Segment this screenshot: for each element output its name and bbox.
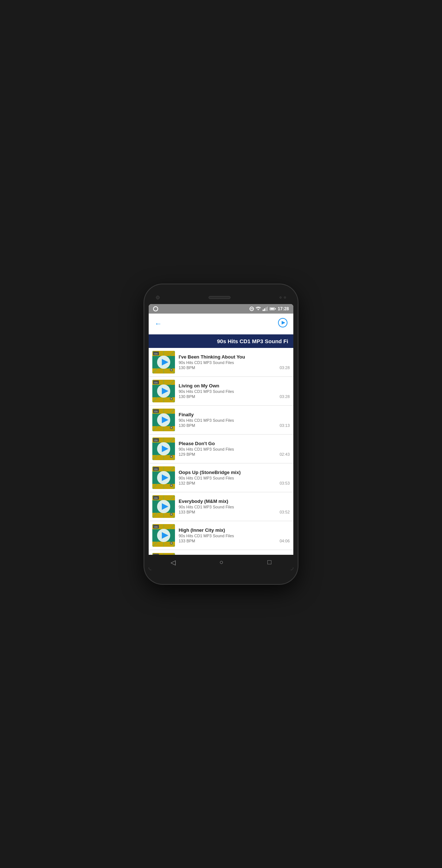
svg-rect-2 (264, 308, 265, 311)
sensor-dot-2 (284, 296, 286, 299)
svg-point-21 (171, 369, 172, 371)
svg-text:CD1: CD1 (154, 382, 158, 384)
track-thumbnail: CD1 (152, 380, 175, 402)
nav-bar: ◁○□ (149, 555, 293, 570)
track-album: 90s Hits CD1 MP3 Sound Files (179, 389, 290, 394)
phone-screen: 17:28 ← 90s Hits CD1 MP3 Sound Fi (149, 304, 293, 570)
track-thumbnail: CD1 (152, 437, 175, 460)
track-thumbnail: CD1 (152, 495, 175, 518)
back-button[interactable]: ← (153, 318, 163, 329)
track-album: 90s Hits CD1 MP3 Sound Files (179, 534, 290, 538)
status-right: 17:28 (249, 306, 289, 311)
track-bpm: 130 BPM (179, 423, 195, 428)
svg-point-36 (171, 398, 172, 399)
track-bpm: 129 BPM (179, 452, 195, 456)
track-info: High (Inner City mix)90s Hits CD1 MP3 So… (179, 527, 290, 543)
track-info: Finally90s Hits CD1 MP3 Sound Files130 B… (179, 412, 290, 428)
track-info: I've Been Thinking About You90s Hits CD1… (179, 354, 290, 370)
track-duration: 03:28 (279, 394, 290, 399)
svg-text:CD1: CD1 (154, 410, 158, 413)
album-banner-title: 90s Hits CD1 MP3 Sound Fi (154, 338, 288, 344)
svg-rect-1 (263, 310, 264, 311)
track-name: High (Inner City mix) (179, 527, 290, 533)
sensors (279, 296, 286, 299)
track-meta: 133 BPM03:52 (179, 510, 290, 514)
status-bar: 17:28 (149, 304, 293, 314)
track-info: Please Don't Go90s Hits CD1 MP3 Sound Fi… (179, 441, 290, 456)
do-not-disturb-icon (249, 307, 254, 311)
track-name: Please Don't Go (179, 441, 290, 446)
battery-icon (270, 307, 276, 310)
track-item[interactable]: CD1 Please Don't Go90s Hits CD1 MP3 Soun… (149, 435, 293, 463)
track-thumbnail: CD1 (152, 409, 175, 431)
speaker (209, 296, 230, 299)
wifi-icon (256, 307, 261, 311)
svg-point-51 (171, 427, 172, 428)
track-album: 90s Hits CD1 MP3 Sound Files (179, 476, 290, 480)
track-item[interactable]: CD1 Livin' La Vida Loca90s Hits CD1 MP3 … (149, 550, 293, 555)
track-meta: 130 BPM03:28 (179, 394, 290, 399)
svg-text:CD1: CD1 (154, 497, 158, 499)
nav-recent-button[interactable]: □ (267, 558, 271, 566)
track-info: Oops Up (StoneBridge mix)90s Hits CD1 MP… (179, 470, 290, 485)
track-item[interactable]: CD1 Living on My Own90s Hits CD1 MP3 Sou… (149, 377, 293, 406)
track-item[interactable]: CD1 Everybody (M&M mix)90s Hits CD1 MP3 … (149, 492, 293, 521)
track-name: I've Been Thinking About You (179, 354, 290, 360)
play-all-button[interactable] (277, 317, 289, 331)
track-duration: 02:43 (279, 452, 290, 456)
track-name: Oops Up (StoneBridge mix) (179, 470, 290, 475)
track-duration: 03:52 (279, 510, 290, 514)
signal-bars-icon (263, 307, 268, 311)
track-album: 90s Hits CD1 MP3 Sound Files (179, 360, 290, 365)
svg-text:CD1: CD1 (154, 468, 158, 470)
track-bpm: 133 BPM (179, 539, 195, 543)
album-banner: 90s Hits CD1 MP3 Sound Fi (149, 334, 293, 348)
app-header: ← (149, 314, 293, 334)
svg-rect-3 (266, 307, 267, 311)
track-name: Finally (179, 412, 290, 417)
track-thumbnail: CD1 (152, 524, 175, 547)
track-list: CD1 I've Been Thinking About You90s Hits… (149, 348, 293, 555)
track-item[interactable]: CD1 High (Inner City mix)90s Hits CD1 MP… (149, 521, 293, 550)
svg-point-96 (171, 513, 172, 515)
track-bpm: 130 BPM (179, 365, 195, 370)
track-album: 90s Hits CD1 MP3 Sound Files (179, 447, 290, 451)
track-bpm: 133 BPM (179, 510, 195, 514)
svg-text:CD1: CD1 (154, 439, 158, 441)
track-meta: 132 BPM03:53 (179, 481, 290, 485)
track-item[interactable]: CD1 Finally90s Hits CD1 MP3 Sound Files1… (149, 406, 293, 435)
track-album: 90s Hits CD1 MP3 Sound Files (179, 505, 290, 509)
track-duration: 03:28 (279, 365, 290, 370)
status-time: 17:28 (278, 306, 289, 311)
status-left (153, 306, 158, 311)
svg-rect-4 (267, 307, 268, 311)
svg-point-66 (171, 456, 172, 457)
track-name: Living on My Own (179, 383, 290, 388)
track-meta: 133 BPM04:06 (179, 539, 290, 543)
track-meta: 130 BPM03:13 (179, 423, 290, 428)
track-album: 90s Hits CD1 MP3 Sound Files (179, 418, 290, 422)
phone-top-bar (149, 291, 293, 304)
nav-back-button[interactable]: ◁ (171, 558, 176, 566)
track-duration: 03:13 (279, 423, 290, 428)
nav-home-button[interactable]: ○ (220, 558, 224, 566)
track-info: Living on My Own90s Hits CD1 MP3 Sound F… (179, 383, 290, 399)
phone-bottom-bar (149, 570, 293, 577)
track-name: Everybody (M&M mix) (179, 499, 290, 504)
signal-icon (153, 306, 158, 311)
svg-point-111 (171, 542, 172, 544)
svg-text:CD1: CD1 (154, 526, 158, 528)
track-bpm: 130 BPM (179, 394, 195, 399)
track-thumbnail: CD1 (152, 466, 175, 489)
camera (156, 296, 160, 299)
track-duration: 03:53 (279, 481, 290, 485)
track-item[interactable]: CD1 I've Been Thinking About You90s Hits… (149, 348, 293, 377)
track-bpm: 132 BPM (179, 481, 195, 485)
svg-marker-6 (282, 321, 285, 325)
track-duration: 04:06 (279, 539, 290, 543)
track-meta: 129 BPM02:43 (179, 452, 290, 456)
sensor-dot-1 (279, 296, 282, 299)
track-item[interactable]: CD1 Oops Up (StoneBridge mix)90s Hits CD… (149, 463, 293, 492)
track-meta: 130 BPM03:28 (179, 365, 290, 370)
track-info: Everybody (M&M mix)90s Hits CD1 MP3 Soun… (179, 499, 290, 514)
